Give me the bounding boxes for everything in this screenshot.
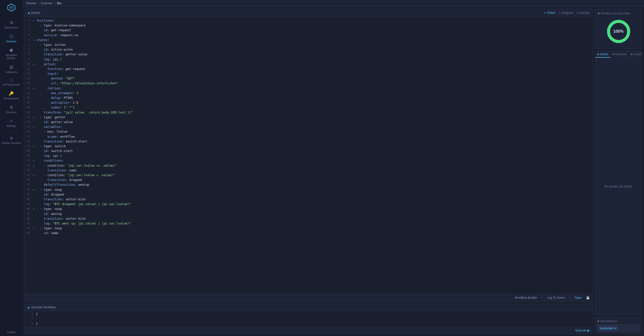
- sidebar-item-jq-playground[interactable]: { } jq Playground: [0, 76, 23, 89]
- code-line: 19 codes: [".*"]: [25, 105, 593, 110]
- attribute-tag-close[interactable]: ✕: [614, 327, 616, 330]
- sidebar-item-dashboard[interactable]: ⊞ Dashboard: [0, 18, 23, 31]
- details-body: No results are found.: [595, 58, 642, 315]
- details-tab-instances[interactable]: ◆ Instances: [610, 51, 629, 58]
- breadcrumb: Direktiv > Explorer > Btc: [23, 0, 644, 7]
- code-line: 11 function: get-request: [25, 67, 593, 71]
- code-line: 42 transition: setter-bite: [25, 216, 593, 221]
- breadcrumb-btc: Btc: [57, 2, 61, 5]
- code-line: 2 - type: knative-namespace: [25, 23, 593, 28]
- right-panel: ◆ Workflow Success Rate 100%: [595, 7, 644, 336]
- collapse-icon[interactable]: ▼: [33, 174, 36, 177]
- code-line: 3 id: get-request: [25, 28, 593, 33]
- tab-diagram[interactable]: ⬡ Diagram: [558, 11, 573, 15]
- code-line: 5▼ states:: [25, 38, 593, 43]
- collapse-icon[interactable]: ▼: [33, 145, 36, 148]
- code-editor[interactable]: 1▼ functions:2 - type: knative-namespace…: [25, 17, 593, 294]
- execute-code-line: 2: [28, 317, 590, 322]
- code-line: 1▼ functions:: [25, 18, 593, 23]
- content-area: ◆ Details ✏ Editor ⬡ Diagram ≋: [23, 7, 644, 336]
- editor-footer: Workflow Builder | Log To Event | Save 💾: [25, 294, 593, 302]
- collapse-icon[interactable]: ▼: [33, 87, 36, 90]
- editor-tabs: ✏ Editor ⬡ Diagram ≋ Sankey: [544, 11, 590, 15]
- services-icon: ⚙: [10, 105, 13, 110]
- log-to-event-button[interactable]: Log To Event: [546, 295, 566, 300]
- details-tabs: ◆ Details ◆ Instances ◆ Functions: [595, 51, 642, 58]
- jq-icon: { }: [10, 79, 13, 82]
- execute-button[interactable]: Execute ▶: [576, 329, 590, 332]
- collapse-icon[interactable]: ▼: [33, 227, 36, 230]
- tab-sankey[interactable]: ≋ Sankey: [576, 11, 590, 15]
- collapse-icon[interactable]: ▼: [33, 126, 36, 128]
- code-line: 4 service: request-ns: [25, 33, 593, 38]
- success-dot: ◆: [598, 12, 600, 15]
- details-tab-functions[interactable]: ◆ Functions: [629, 51, 642, 58]
- footer-sep-2: |: [569, 296, 570, 300]
- breadcrumb-sep-1: >: [38, 2, 39, 5]
- sidebar-item-settings[interactable]: ≡ Settings: [0, 116, 23, 130]
- collapse-icon[interactable]: ▼: [33, 63, 36, 66]
- execute-panel: ▶ Execute Workflow 1{23} Execute ▶: [25, 304, 593, 334]
- collapse-icon[interactable]: ▼: [33, 189, 36, 191]
- sidebar-divider: [3, 131, 20, 132]
- sidebar-item-workflow-builder[interactable]: ⬢ Workflow Builder: [0, 45, 23, 62]
- code-line: 32 transition: same: [25, 168, 593, 173]
- code-line: 8 transition: getter-value: [25, 52, 593, 57]
- code-line: 35 defaultTransition: wentup: [25, 182, 593, 187]
- sidebar-item-permissions[interactable]: 🔑 Permissions: [0, 89, 23, 102]
- code-line: 17 delay: PT30S: [25, 96, 593, 100]
- workflow-builder-icon: ⬢: [10, 48, 13, 53]
- execute-header-label: Execute Workflow: [31, 306, 56, 309]
- save-button[interactable]: Save: [573, 295, 583, 300]
- sidebar-item-explorer[interactable]: ⬡ Explorer: [0, 31, 23, 45]
- collapse-icon[interactable]: ▼: [33, 164, 36, 167]
- instances-icon: ▤: [10, 65, 13, 69]
- collapse-icon[interactable]: ▼: [33, 39, 36, 42]
- editor-header: ◆ Details ✏ Editor ⬡ Diagram ≋: [25, 9, 593, 17]
- code-line: 31▼ - condition: "jq(.var.lvalue == .val…: [25, 163, 593, 168]
- execute-body[interactable]: 1{23}: [25, 311, 593, 327]
- dashboard-icon: ⊞: [10, 20, 13, 25]
- code-line: 40▼ - type: noop: [25, 207, 593, 211]
- collapse-icon[interactable]: ▼: [33, 208, 36, 210]
- code-line: 37 id: dropped: [25, 192, 593, 197]
- diagram-tab-icon: ⬡: [558, 11, 561, 15]
- workflow-builder-button[interactable]: Workflow Builder: [513, 295, 539, 300]
- logout-button[interactable]: Logout: [6, 328, 17, 336]
- code-line: 44▼ - type: noop: [25, 226, 593, 231]
- execute-footer: Execute ▶: [25, 327, 593, 334]
- sidebar-item-instances[interactable]: ▤ Instances: [0, 62, 23, 76]
- details-dot: ◆: [597, 53, 599, 55]
- attributes-title: ◆ Add Attributes: [597, 319, 640, 323]
- details-card: ◆ Details ◆ Instances ◆ Functions No res…: [595, 51, 642, 315]
- code-line: 7 id: action-wrote: [25, 47, 593, 52]
- collapse-icon[interactable]: ▼: [33, 159, 36, 162]
- code-line: 25 scope: workflow: [25, 134, 593, 139]
- code-line: 30▼ conditions:: [25, 158, 593, 163]
- execute-header[interactable]: ▶ Execute Workflow: [25, 304, 593, 311]
- tab-editor[interactable]: ✏ Editor: [544, 11, 555, 15]
- attributes-input-row[interactable]: production ✕: [597, 325, 640, 332]
- code-line: 12 input:: [25, 71, 593, 76]
- collapse-icon[interactable]: ▼: [33, 19, 36, 22]
- left-panel: ◆ Details ✏ Editor ⬡ Diagram ≋: [23, 7, 595, 336]
- breadcrumb-direktiv[interactable]: Direktiv: [26, 2, 36, 5]
- breadcrumb-explorer[interactable]: Explorer: [41, 2, 52, 5]
- attributes-dot: ◆: [597, 319, 599, 323]
- code-line: 29 log: jq(.): [25, 154, 593, 158]
- attribute-input[interactable]: [619, 326, 638, 330]
- code-line: 23▼ variables:: [25, 125, 593, 129]
- sidebar-item-services[interactable]: ⚙ Services: [0, 102, 23, 116]
- code-line: 18 multiplier: 2.0: [25, 100, 593, 105]
- code-line: 6 - type: action: [25, 43, 593, 47]
- execute-arrow-icon: ▶: [28, 306, 30, 309]
- code-line: 21▼ - type: getter: [25, 115, 593, 120]
- details-tab-details[interactable]: ◆ Details: [595, 51, 610, 58]
- collapse-icon[interactable]: ▼: [33, 116, 36, 119]
- code-line: 28 id: switch-start: [25, 149, 593, 154]
- save-icon: 💾: [586, 296, 590, 300]
- main-content: Direktiv > Explorer > Btc ◆ Details ✏ Ed…: [23, 0, 644, 336]
- code-line: 45 id: same: [25, 231, 593, 236]
- sidebar-item-global-services[interactable]: ⊕ Global Services: [0, 133, 23, 147]
- global-services-icon: ⊕: [10, 136, 13, 140]
